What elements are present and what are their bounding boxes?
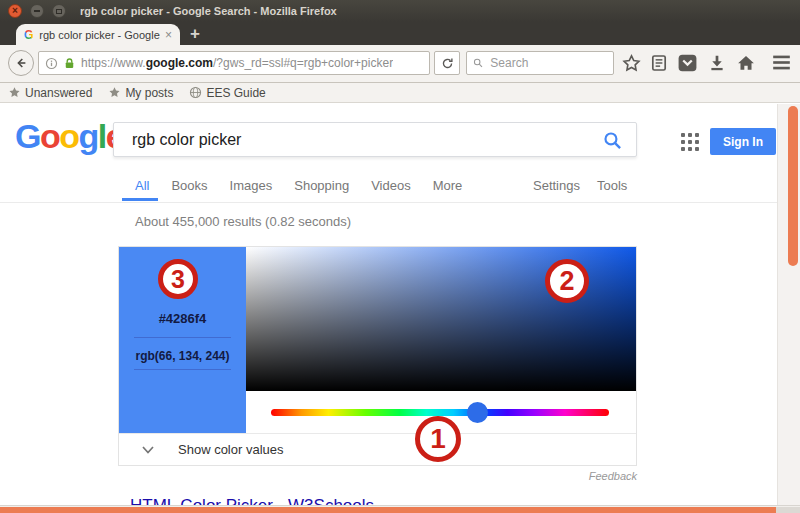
hue-slider[interactable] — [271, 409, 609, 416]
tab-all[interactable]: All — [135, 178, 149, 193]
minimize-icon — [34, 10, 40, 12]
google-search-input[interactable] — [130, 130, 592, 150]
search-icon — [473, 57, 483, 69]
vertical-scrollbar-thumb[interactable] — [788, 106, 798, 266]
url-domain: google.com — [146, 56, 213, 70]
tab-settings[interactable]: Settings — [533, 178, 580, 193]
home-icon[interactable] — [737, 54, 755, 72]
annotation-circle-2: 2 — [545, 259, 589, 303]
window-title: rgb color picker - Google Search - Mozil… — [80, 5, 337, 17]
maximize-icon — [56, 9, 62, 14]
url-bar[interactable]: https://www.google.com/?gws_rd=ssl#q=rgb… — [38, 51, 430, 75]
url-path: /?gws_rd=ssl#q=rgb+color+picker — [213, 56, 393, 70]
tab-close-icon[interactable]: × — [165, 28, 172, 42]
window-close-button[interactable]: × — [8, 4, 22, 18]
bookmark-label: Unanswered — [25, 86, 92, 100]
annotation-circle-1: 1 — [415, 416, 461, 462]
horizontal-scrollbar-track[interactable] — [0, 505, 800, 513]
back-button[interactable] — [8, 50, 34, 76]
google-logo: Google — [15, 116, 123, 156]
bookmarks-toolbar: Unanswered My posts EES Guide — [0, 83, 800, 103]
navigation-toolbar: https://www.google.com/?gws_rd=ssl#q=rgb… — [0, 45, 800, 83]
browser-tab[interactable]: G rgb color picker - Google × — [16, 24, 180, 45]
info-icon[interactable] — [45, 57, 58, 70]
show-color-values-row[interactable]: Show color values — [119, 434, 636, 465]
annotation-circle-3: 3 — [158, 259, 198, 299]
back-arrow-icon — [14, 56, 28, 70]
google-tools-tabs: Settings Tools — [533, 178, 627, 193]
pocket-icon[interactable] — [678, 54, 697, 72]
tab-bar: G rgb color picker - Google × + — [0, 22, 800, 45]
logo-letter: g — [79, 117, 98, 155]
google-search-box[interactable] — [113, 122, 637, 157]
bookmarks-panel-icon[interactable] — [650, 54, 668, 72]
tab-books[interactable]: Books — [171, 178, 207, 193]
show-color-values-label: Show color values — [178, 442, 284, 457]
tab-videos[interactable]: Videos — [371, 178, 411, 193]
logo-letter: l — [98, 117, 106, 155]
vertical-scrollbar-track[interactable] — [777, 104, 800, 505]
globe-icon — [189, 86, 202, 99]
star-icon — [108, 86, 121, 99]
tab-tools[interactable]: Tools — [597, 178, 627, 193]
scrollbar-corner — [776, 507, 800, 513]
bookmark-item-unanswered[interactable]: Unanswered — [8, 86, 92, 100]
menu-icon[interactable] — [772, 54, 791, 71]
window-titlebar: × rgb color picker - Google Search - Moz… — [0, 0, 800, 22]
logo-letter: G — [15, 117, 40, 155]
tabs-divider — [0, 202, 778, 203]
google-favicon-icon: G — [24, 28, 33, 42]
bookmark-item-my-posts[interactable]: My posts — [108, 86, 173, 100]
search-input[interactable] — [488, 55, 607, 71]
tab-more[interactable]: More — [433, 178, 463, 193]
hex-value: #4286f4 — [119, 311, 246, 326]
logo-letter: o — [59, 117, 78, 155]
star-icon — [8, 86, 21, 99]
horizontal-scrollbar-thumb[interactable] — [0, 507, 776, 513]
url-text[interactable]: https://www.google.com/?gws_rd=ssl#q=rgb… — [81, 56, 393, 70]
tab-images[interactable]: Images — [230, 178, 273, 193]
bookmark-label: My posts — [125, 86, 173, 100]
window-maximize-button[interactable] — [52, 4, 66, 18]
google-result-tabs: All Books Images Shopping Videos More — [135, 178, 462, 193]
window-minimize-button[interactable] — [30, 4, 44, 18]
sign-in-button[interactable]: Sign In — [710, 128, 776, 155]
hue-slider-thumb[interactable] — [467, 402, 488, 423]
logo-letter: o — [40, 117, 59, 155]
partial-result-link[interactable]: HTML Color Picker - W3Schools — [130, 496, 374, 505]
search-submit-icon[interactable] — [603, 131, 622, 150]
lock-icon[interactable] — [63, 57, 76, 70]
divider — [134, 369, 231, 370]
bookmark-label: EES Guide — [206, 86, 265, 100]
chevron-down-icon — [141, 445, 155, 455]
firefox-window: × rgb color picker - Google Search - Moz… — [0, 0, 800, 513]
divider — [134, 337, 231, 338]
url-scheme: https://www. — [81, 56, 146, 70]
reload-icon — [441, 57, 454, 70]
tab-shopping[interactable]: Shopping — [294, 178, 349, 193]
tab-title: rgb color picker - Google — [39, 29, 161, 41]
rgb-value: rgb(66, 134, 244) — [119, 349, 246, 363]
result-stats: About 455,000 results (0.82 seconds) — [135, 214, 351, 229]
reload-button[interactable] — [434, 51, 460, 75]
apps-grid-icon[interactable] — [681, 133, 699, 151]
active-tab-underline — [122, 198, 158, 201]
new-tab-button[interactable]: + — [190, 24, 200, 44]
color-selection-marker[interactable] — [649, 245, 673, 269]
feedback-link[interactable]: Feedback — [118, 470, 637, 482]
bookmark-star-icon[interactable] — [622, 54, 641, 73]
toolbar-search[interactable] — [466, 51, 614, 75]
download-icon[interactable] — [708, 54, 726, 72]
close-icon: × — [12, 6, 18, 16]
bookmark-item-ees-guide[interactable]: EES Guide — [189, 86, 265, 100]
page-content: Google Sign In All Books Images Shopping… — [0, 104, 800, 505]
